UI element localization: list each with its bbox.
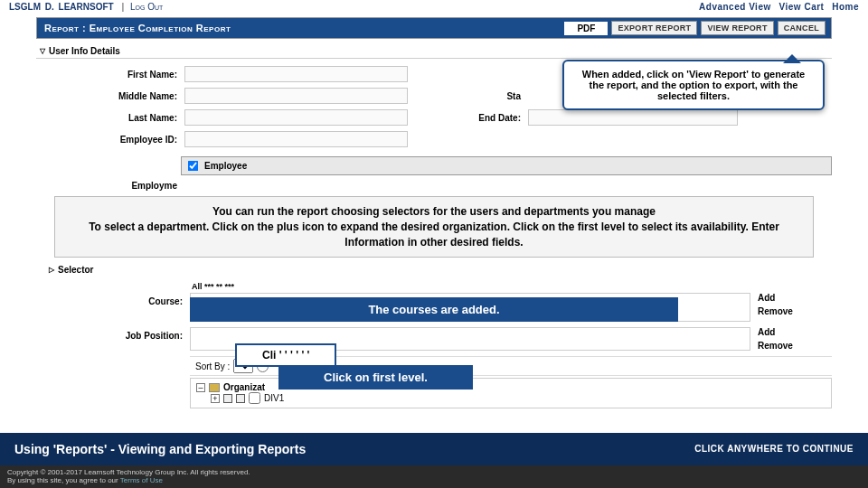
last-name-label: Last Name: <box>40 113 184 123</box>
first-name-input[interactable] <box>184 66 408 82</box>
employme-label: Employme <box>40 181 184 191</box>
middle-name-label: Middle Name: <box>40 91 184 101</box>
brand-learnsoft: LEARNSOFT <box>59 2 114 12</box>
brand-dot: D. <box>45 2 54 12</box>
end-date-label: End Date: <box>420 113 528 123</box>
tree-child-checkbox[interactable] <box>249 392 260 404</box>
employee-id-label: Employee ID: <box>40 135 184 145</box>
selector-section-header[interactable]: Selector <box>45 263 832 277</box>
employee-id-input[interactable] <box>184 131 408 147</box>
terms-of-use-link[interactable]: Terms of Use <box>120 476 163 484</box>
sta-label: Sta <box>420 91 528 101</box>
course-label: Course: <box>36 293 190 322</box>
format-select[interactable]: PDF <box>564 22 608 35</box>
user-info-header[interactable]: User Info Details <box>36 44 832 59</box>
home-link[interactable]: Home <box>832 2 859 12</box>
plus-icon[interactable]: + <box>211 394 220 403</box>
brand-sep: | <box>121 2 124 12</box>
callout-view-report: When added, click on 'View Report' to ge… <box>562 60 825 110</box>
callout-plus: Cli ' ' ' ' ' ' <box>235 343 336 367</box>
view-cart-link[interactable]: View Cart <box>779 2 825 12</box>
last-name-input[interactable] <box>184 109 408 126</box>
footer-continue: CLICK ANYWHERE TO CONTINUE <box>694 444 854 454</box>
top-bar: LSGLM D. LEARNSOFT | Log Out Advanced Vi… <box>0 0 868 14</box>
callout-courses-added: The courses are added. <box>190 297 678 322</box>
doc-icon <box>223 394 232 403</box>
footer-title: Using 'Reports' - Viewing and Exporting … <box>14 442 306 456</box>
callout-first-level: Click on first level. <box>278 365 473 389</box>
footer-legal: Copyright © 2001-2017 Learnsoft Technolo… <box>0 465 868 488</box>
brand-lsglm: LSGLM <box>9 2 41 12</box>
job-add-link[interactable]: Add <box>758 327 832 337</box>
job-position-label: Job Position: <box>36 327 190 351</box>
attr-row: All *** ** *** <box>192 280 832 293</box>
view-report-button[interactable]: VIEW REPORT <box>701 21 773 35</box>
footer-banner[interactable]: Using 'Reports' - Viewing and Exporting … <box>0 433 868 465</box>
middle-name-input[interactable] <box>184 88 408 104</box>
minus-icon[interactable]: – <box>196 383 205 392</box>
doc-icon-2 <box>236 394 245 403</box>
job-remove-link[interactable]: Remove <box>758 341 832 351</box>
tree-child-node[interactable]: + DIV1 <box>211 392 826 404</box>
course-add-link[interactable]: Add <box>758 293 832 303</box>
cancel-button[interactable]: CANCEL <box>778 21 826 35</box>
export-report-button[interactable]: EXPORT REPORT <box>611 21 697 35</box>
advanced-view-link[interactable]: Advanced View <box>699 2 771 12</box>
sort-by-label: Sort By : <box>195 361 230 371</box>
first-name-label: First Name: <box>40 70 184 80</box>
end-date-input[interactable] <box>528 109 738 126</box>
report-title: Report : Employee Completion Report <box>37 18 238 38</box>
employee-checkbox-label: Employee <box>204 161 247 171</box>
guide-callout-main: You can run the report choosing selector… <box>54 196 814 258</box>
folder-icon <box>209 383 220 392</box>
employee-checkbox-row[interactable]: Employee <box>181 156 832 175</box>
logout-link[interactable]: Log Out <box>130 2 163 12</box>
report-card: Report : Employee Completion Report PDF … <box>36 17 832 39</box>
report-header: Report : Employee Completion Report PDF … <box>37 18 831 38</box>
employee-checkbox[interactable] <box>188 161 199 172</box>
course-remove-link[interactable]: Remove <box>758 306 832 316</box>
